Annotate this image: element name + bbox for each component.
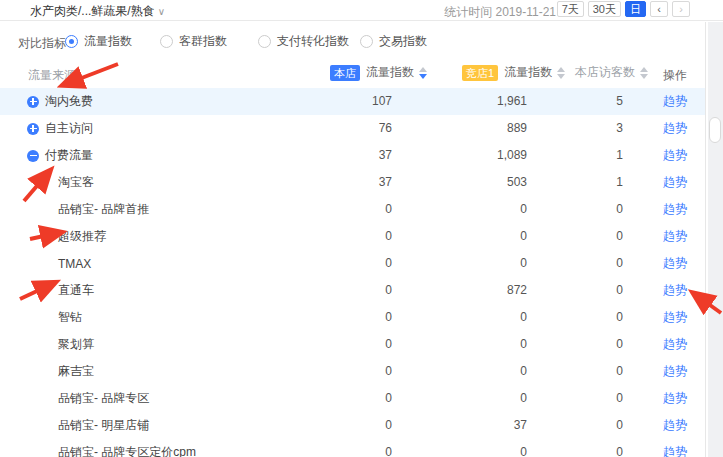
expand-plus-icon[interactable] [27, 96, 39, 108]
visitors-value: 0 [523, 304, 623, 331]
own-index-value: 0 [292, 331, 392, 358]
metric-radio-2[interactable]: 支付转化指数 [258, 33, 349, 50]
source-label: 麻吉宝 [58, 363, 94, 380]
trend-link[interactable]: 趋势 [663, 418, 687, 432]
range-button-30d[interactable]: 30天 [588, 1, 621, 17]
rival-index-value: 0 [427, 385, 527, 412]
trend-link[interactable]: 趋势 [663, 364, 687, 378]
visitors-value: 0 [523, 439, 623, 457]
trend-link[interactable]: 趋势 [663, 229, 687, 243]
next-day-button[interactable]: › [672, 1, 690, 17]
category-selector[interactable]: 水产肉类/...鲜蔬果/熟食∨ [30, 3, 165, 20]
column-visitors[interactable]: 本店访客数 [575, 64, 648, 81]
metric-radio-label: 交易指数 [379, 33, 427, 50]
source-cell: 品销宝- 明星店铺 [0, 412, 149, 439]
own-shop-badge: 本店 [330, 65, 360, 81]
visitors-value: 1 [523, 169, 623, 196]
rival-shop-badge: 竞店1 [462, 65, 498, 81]
sort-icon-rival[interactable] [557, 67, 565, 79]
table-row: 品销宝- 品牌专区000趋势 [0, 385, 706, 412]
trend-link[interactable]: 趋势 [663, 445, 687, 457]
trend-link[interactable]: 趋势 [663, 256, 687, 270]
visitors-value: 0 [523, 196, 623, 223]
table-row: 智钻000趋势 [0, 304, 706, 331]
prev-day-button[interactable]: ‹ [650, 1, 668, 17]
visitors-value: 0 [523, 223, 623, 250]
scrollbar-thumb[interactable] [709, 117, 721, 143]
own-index-value: 107 [292, 88, 392, 115]
range-button-day[interactable]: 日 [625, 1, 646, 17]
range-button-7d[interactable]: 7天 [557, 1, 584, 17]
trend-link[interactable]: 趋势 [663, 94, 687, 108]
radio-circle-icon[interactable] [360, 35, 373, 48]
top-bar: 水产肉类/...鲜蔬果/熟食∨ 统计时间 2019-11-21 7天 30天 日… [0, 0, 723, 21]
table-row: 淘宝客375031趋势 [0, 169, 706, 196]
card-right-border [705, 22, 706, 457]
analytics-page: 水产肉类/...鲜蔬果/熟食∨ 统计时间 2019-11-21 7天 30天 日… [0, 0, 723, 457]
vertical-scrollbar[interactable] [708, 22, 723, 457]
source-cell: 自主访问 [0, 115, 93, 142]
table-row: 直通车08720趋势 [0, 277, 706, 304]
source-label: 自主访问 [45, 120, 93, 137]
sort-icon-own[interactable] [419, 67, 427, 79]
rival-metric-label: 流量指数 [504, 64, 552, 81]
rival-index-value: 0 [427, 196, 527, 223]
own-index-value: 0 [292, 358, 392, 385]
collapse-minus-icon[interactable] [27, 150, 39, 162]
rival-index-value: 872 [427, 277, 527, 304]
trend-link[interactable]: 趋势 [663, 310, 687, 324]
own-index-value: 0 [292, 277, 392, 304]
visitors-value: 0 [523, 412, 623, 439]
radio-circle-icon[interactable] [258, 35, 271, 48]
column-action: 操作 [663, 67, 687, 84]
radio-circle-icon[interactable] [65, 35, 78, 48]
traffic-source-table: 流量来源 本店 流量指数 竞店1 流量指数 本店访客数 操作 淘内免费1071,… [0, 62, 706, 457]
trend-link[interactable]: 趋势 [663, 283, 687, 297]
visitors-value: 0 [523, 331, 623, 358]
source-cell: 淘宝客 [0, 169, 94, 196]
source-cell: 智钻 [0, 304, 82, 331]
trend-link[interactable]: 趋势 [663, 337, 687, 351]
rival-index-value: 889 [427, 115, 527, 142]
source-label: 直通车 [58, 282, 94, 299]
trend-link[interactable]: 趋势 [663, 175, 687, 189]
chevron-down-icon: ∨ [158, 6, 165, 17]
visitors-value: 5 [523, 88, 623, 115]
visitors-value: 1 [523, 142, 623, 169]
table-row: 自主访问768893趋势 [0, 115, 706, 142]
metric-radio-0[interactable]: 流量指数 [65, 33, 132, 50]
trend-link[interactable]: 趋势 [663, 148, 687, 162]
metric-radio-label: 客群指数 [179, 33, 227, 50]
column-own-metric[interactable]: 本店 流量指数 [330, 64, 427, 81]
table-row: 品销宝- 品牌首推000趋势 [0, 196, 706, 223]
metric-radio-1[interactable]: 客群指数 [160, 33, 227, 50]
trend-link[interactable]: 趋势 [663, 391, 687, 405]
source-cell: 品销宝- 品牌专区 [0, 385, 149, 412]
own-index-value: 0 [292, 385, 392, 412]
sort-icon-visitors[interactable] [640, 67, 648, 79]
source-cell: 品销宝- 品牌首推 [0, 196, 149, 223]
metric-radio-3[interactable]: 交易指数 [360, 33, 427, 50]
table-header: 流量来源 本店 流量指数 竞店1 流量指数 本店访客数 操作 [0, 62, 706, 88]
compare-metric-label: 对比指标 [18, 35, 66, 52]
radio-circle-icon[interactable] [160, 35, 173, 48]
date-range-switcher: 7天 30天 日 ‹ › [557, 1, 690, 17]
trend-link[interactable]: 趋势 [663, 121, 687, 135]
source-cell: 超级推荐 [0, 223, 106, 250]
table-row: TMAX000趋势 [0, 250, 706, 277]
rival-index-value: 1,089 [427, 142, 527, 169]
metric-radio-label: 支付转化指数 [277, 33, 349, 50]
expand-plus-icon[interactable] [27, 123, 39, 135]
own-index-value: 0 [292, 223, 392, 250]
table-body: 淘内免费1071,9615趋势自主访问768893趋势付费流量371,0891趋… [0, 88, 706, 457]
trend-link[interactable]: 趋势 [663, 202, 687, 216]
action-cell: 趋势 [663, 331, 687, 358]
source-cell: 淘内免费 [0, 88, 93, 115]
column-source: 流量来源 [28, 67, 76, 84]
own-index-value: 0 [292, 412, 392, 439]
table-row: 付费流量371,0891趋势 [0, 142, 706, 169]
source-label: 聚划算 [58, 336, 94, 353]
column-rival-metric[interactable]: 竞店1 流量指数 [462, 64, 565, 81]
source-cell: 麻吉宝 [0, 358, 94, 385]
source-cell: 直通车 [0, 277, 94, 304]
